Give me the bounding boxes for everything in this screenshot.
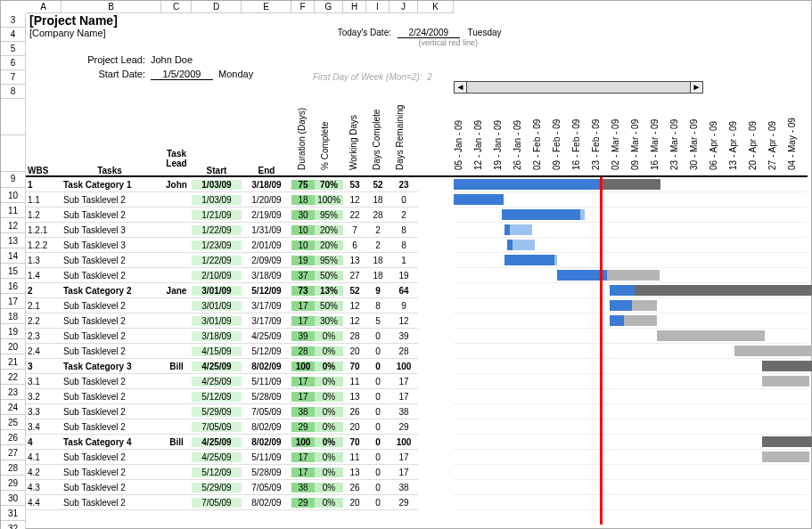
days-complete-cell[interactable]: 2 [366, 240, 390, 250]
table-row[interactable]: 3.4Sub Tasklevel 27/05/098/02/09290%2002… [26, 419, 418, 435]
end-cell[interactable]: 8/02/09 [242, 437, 291, 447]
percent-cell[interactable]: 95% [315, 256, 343, 265]
wbs-cell[interactable]: 1.2.2 [26, 240, 58, 250]
duration-cell[interactable]: 75 [291, 180, 315, 190]
start-cell[interactable]: 7/05/09 [192, 422, 242, 432]
days-remaining-cell[interactable]: 100 [390, 362, 418, 371]
column-header-cell[interactable]: F [291, 1, 315, 12]
start-date-input[interactable]: 1/5/2009 [151, 69, 213, 80]
days-remaining-cell[interactable]: 28 [390, 346, 418, 356]
task-cell[interactable]: Sub Tasklevel 3 [58, 240, 161, 250]
days-complete-cell[interactable]: 18 [366, 256, 390, 265]
start-cell[interactable]: 5/12/09 [192, 392, 242, 402]
table-row[interactable]: 1.2.2Sub Tasklevel 31/23/092/01/091020%6… [26, 238, 418, 253]
row-header-cell[interactable]: 31 [1, 506, 26, 521]
start-cell[interactable]: 4/25/09 [192, 362, 242, 371]
row-header-cell[interactable]: 30 [1, 491, 26, 506]
end-cell[interactable]: 7/05/09 [242, 483, 291, 492]
duration-cell[interactable]: 17 [291, 301, 315, 311]
working-days-cell[interactable]: 20 [343, 498, 366, 508]
days-remaining-cell[interactable]: 17 [390, 468, 418, 477]
wbs-cell[interactable]: 2.4 [26, 346, 58, 356]
duration-cell[interactable]: 29 [291, 498, 315, 508]
percent-cell[interactable]: 100% [315, 195, 343, 205]
row-header-cell[interactable]: 21 [1, 354, 26, 370]
task-cell[interactable]: Sub Tasklevel 2 [58, 331, 161, 341]
row-header-cell[interactable]: 10 [1, 188, 26, 203]
days-complete-cell[interactable]: 0 [366, 498, 390, 508]
table-row[interactable]: 4.1Sub Tasklevel 24/25/095/11/09170%1101… [26, 450, 418, 465]
duration-cell[interactable]: 17 [291, 377, 315, 387]
working-days-cell[interactable]: 13 [343, 256, 366, 265]
days-remaining-cell[interactable]: 1 [390, 256, 418, 265]
days-complete-cell[interactable]: 0 [366, 422, 390, 432]
row-header-cell[interactable]: 32 [1, 521, 26, 529]
table-row[interactable]: 2.2Sub Tasklevel 23/01/093/17/091730%125… [26, 313, 418, 329]
start-cell[interactable]: 1/21/09 [192, 210, 242, 220]
days-complete-cell[interactable]: 52 [366, 180, 390, 190]
percent-cell[interactable]: 20% [315, 225, 343, 235]
days-remaining-cell[interactable]: 38 [390, 407, 418, 417]
table-row[interactable]: 2.3Sub Tasklevel 23/18/094/25/09390%2803… [26, 329, 418, 344]
days-complete-cell[interactable]: 0 [366, 483, 390, 492]
column-header-cell[interactable]: J [390, 1, 418, 12]
table-row[interactable]: 3.3Sub Tasklevel 25/29/097/05/09380%2603… [26, 404, 418, 419]
working-days-cell[interactable]: 12 [343, 316, 366, 326]
duration-cell[interactable]: 38 [291, 483, 315, 492]
working-days-cell[interactable]: 12 [343, 301, 366, 311]
task-cell[interactable]: Sub Tasklevel 2 [58, 452, 161, 462]
wbs-cell[interactable]: 2 [26, 286, 58, 296]
table-row[interactable]: 4.3Sub Tasklevel 25/29/097/05/09380%2603… [26, 480, 418, 495]
table-row[interactable]: 4Task Category 4Bill4/25/098/02/091000%7… [26, 435, 418, 450]
column-header-cell[interactable]: I [366, 1, 390, 12]
start-cell[interactable]: 1/23/09 [192, 240, 242, 250]
duration-cell[interactable]: 17 [291, 316, 315, 326]
days-complete-cell[interactable]: 18 [366, 195, 390, 205]
column-header-cell[interactable]: E [242, 1, 291, 12]
wbs-cell[interactable]: 4.1 [26, 452, 58, 462]
percent-cell[interactable]: 0% [315, 483, 343, 492]
task-cell[interactable]: Sub Tasklevel 2 [58, 407, 161, 417]
days-remaining-cell[interactable]: 0 [390, 195, 418, 205]
working-days-cell[interactable]: 27 [343, 271, 366, 281]
days-remaining-cell[interactable]: 8 [390, 240, 418, 250]
days-remaining-cell[interactable]: 17 [390, 377, 418, 387]
wbs-cell[interactable]: 3.1 [26, 377, 58, 387]
end-cell[interactable]: 8/02/09 [242, 362, 291, 371]
wbs-cell[interactable]: 1.2.1 [26, 225, 58, 235]
start-cell[interactable]: 7/05/09 [192, 498, 242, 508]
working-days-cell[interactable]: 6 [343, 240, 366, 250]
task-cell[interactable]: Sub Tasklevel 2 [58, 483, 161, 492]
row-header-cell[interactable]: 23 [1, 385, 26, 400]
duration-cell[interactable]: 10 [291, 225, 315, 235]
days-remaining-cell[interactable]: 9 [390, 301, 418, 311]
days-remaining-cell[interactable]: 19 [390, 271, 418, 281]
row-header-cell[interactable]: 4 [1, 28, 26, 42]
percent-cell[interactable]: 50% [315, 301, 343, 311]
end-cell[interactable]: 5/12/09 [242, 286, 291, 296]
wbs-cell[interactable]: 1.1 [26, 195, 58, 205]
start-cell[interactable]: 1/03/09 [192, 195, 242, 205]
percent-cell[interactable]: 0% [315, 422, 343, 432]
days-complete-cell[interactable]: 0 [366, 346, 390, 356]
task-cell[interactable]: Sub Tasklevel 2 [58, 468, 161, 477]
percent-cell[interactable]: 0% [315, 392, 343, 402]
row-header-cell[interactable]: 14 [1, 248, 26, 264]
working-days-cell[interactable]: 13 [343, 392, 366, 402]
task-cell[interactable]: Sub Tasklevel 2 [58, 195, 161, 205]
table-row[interactable]: 1.4Sub Tasklevel 22/10/093/18/093750%271… [26, 268, 418, 283]
project-name[interactable]: [Project Name] [26, 13, 811, 28]
working-days-cell[interactable]: 22 [343, 210, 366, 220]
days-remaining-cell[interactable]: 29 [390, 498, 418, 508]
wbs-cell[interactable]: 3.3 [26, 407, 58, 417]
row-header-cell[interactable]: 25 [1, 415, 26, 430]
task-cell[interactable]: Sub Tasklevel 2 [58, 377, 161, 387]
days-remaining-cell[interactable]: 39 [390, 331, 418, 341]
task-cell[interactable]: Sub Tasklevel 2 [58, 498, 161, 508]
start-cell[interactable]: 5/29/09 [192, 483, 242, 492]
percent-cell[interactable]: 0% [315, 407, 343, 417]
working-days-cell[interactable]: 70 [343, 362, 366, 371]
lead-cell[interactable]: Jane [161, 286, 192, 296]
end-cell[interactable]: 7/05/09 [242, 407, 291, 417]
duration-cell[interactable]: 28 [291, 346, 315, 356]
